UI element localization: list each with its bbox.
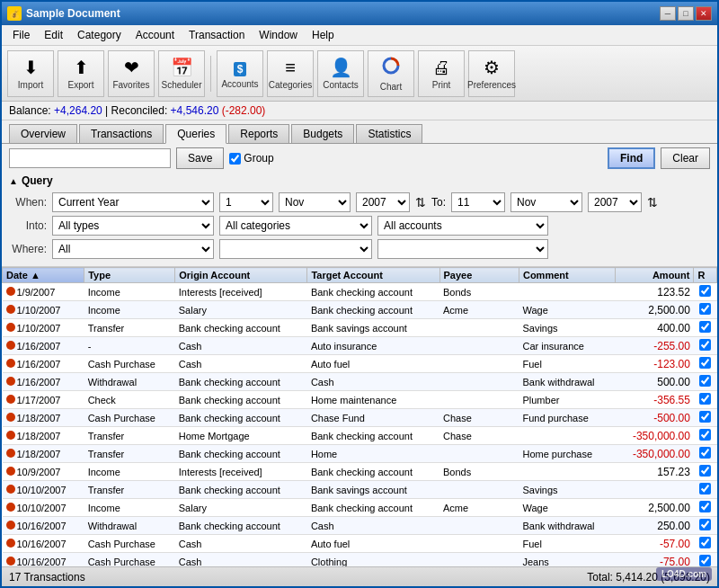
find-button[interactable]: Find xyxy=(608,147,655,169)
check-cell[interactable] xyxy=(694,499,717,517)
menu-item-edit[interactable]: Edit xyxy=(37,27,70,43)
query-name-input[interactable] xyxy=(9,148,171,168)
where-value-select[interactable] xyxy=(377,239,548,259)
check-cell[interactable] xyxy=(694,481,717,499)
tab-transactions[interactable]: Transactions xyxy=(79,124,164,143)
table-row[interactable]: 1/9/2007IncomeInterests [received]Bank c… xyxy=(3,283,717,301)
col-date[interactable]: Date ▲ xyxy=(3,268,84,283)
table-row[interactable]: 10/16/2007Cash PurchaseCashClothingJeans… xyxy=(3,553,717,567)
row-checkbox[interactable] xyxy=(699,519,711,530)
clear-button[interactable]: Clear xyxy=(661,147,710,169)
check-cell[interactable] xyxy=(694,319,717,337)
to-year-spin[interactable]: ⇅ xyxy=(647,195,658,209)
col-amount[interactable]: Amount xyxy=(615,268,694,283)
when-select[interactable]: Current Year xyxy=(52,192,214,212)
accounts-select[interactable]: All accounts xyxy=(377,216,548,236)
check-cell[interactable] xyxy=(694,409,717,427)
save-button[interactable]: Save xyxy=(176,147,224,169)
table-row[interactable]: 10/16/2007WithdrawalBank checking accoun… xyxy=(3,517,717,535)
table-row[interactable]: 10/9/2007IncomeInterests [received]Bank … xyxy=(3,463,717,481)
categories-select[interactable]: All categories xyxy=(219,216,372,236)
row-checkbox[interactable] xyxy=(699,411,711,423)
menu-item-help[interactable]: Help xyxy=(305,27,342,43)
check-cell[interactable] xyxy=(694,553,717,567)
row-checkbox[interactable] xyxy=(699,285,711,297)
where-sub-select[interactable] xyxy=(219,239,372,259)
type-select[interactable]: All types xyxy=(52,216,214,236)
menu-item-window[interactable]: Window xyxy=(252,27,305,43)
check-cell[interactable] xyxy=(694,301,717,319)
row-checkbox[interactable] xyxy=(699,447,711,459)
from-month-select[interactable]: Nov xyxy=(279,192,351,212)
col-type[interactable]: Type xyxy=(84,268,175,283)
where-select[interactable]: All xyxy=(52,239,214,259)
table-row[interactable]: 1/16/2007Cash PurchaseCashAuto fuelFuel-… xyxy=(3,355,717,373)
toolbar-btn-print[interactable]: 🖨Print xyxy=(418,50,465,97)
check-cell[interactable] xyxy=(694,427,717,445)
check-cell[interactable] xyxy=(694,373,717,391)
toolbar-btn-import[interactable]: ⬇Import xyxy=(7,50,54,97)
row-checkbox[interactable] xyxy=(699,321,711,333)
tab-budgets[interactable]: Budgets xyxy=(291,124,354,143)
col-payee[interactable]: Payee xyxy=(439,268,519,283)
tab-statistics[interactable]: Statistics xyxy=(356,124,422,143)
row-checkbox[interactable] xyxy=(699,375,711,387)
table-row[interactable]: 1/16/2007WithdrawalBank checking account… xyxy=(3,373,717,391)
check-cell[interactable] xyxy=(694,445,717,463)
table-row[interactable]: 10/10/2007IncomeSalaryBank checking acco… xyxy=(3,499,717,517)
check-cell[interactable] xyxy=(694,337,717,355)
row-checkbox[interactable] xyxy=(699,393,711,405)
row-checkbox[interactable] xyxy=(699,303,711,315)
group-checkbox[interactable] xyxy=(229,153,241,165)
check-cell[interactable] xyxy=(694,391,717,409)
check-cell[interactable] xyxy=(694,535,717,553)
query-header[interactable]: ▲ Query xyxy=(9,174,710,187)
toolbar-btn-categories[interactable]: ≡Categories xyxy=(267,50,314,97)
from-year-spin[interactable]: ⇅ xyxy=(415,195,426,209)
table-row[interactable]: 10/16/2007Cash PurchaseCashAuto fuelFuel… xyxy=(3,535,717,553)
row-checkbox[interactable] xyxy=(699,501,711,512)
table-row[interactable]: 1/10/2007TransferBank checking accountBa… xyxy=(3,319,717,337)
row-checkbox[interactable] xyxy=(699,339,711,351)
menu-item-category[interactable]: Category xyxy=(70,27,129,43)
row-checkbox[interactable] xyxy=(699,483,711,494)
toolbar-btn-favorites[interactable]: ❤Favorites xyxy=(108,50,155,97)
maximize-button[interactable]: □ xyxy=(678,6,694,21)
toolbar-btn-export[interactable]: ⬆Export xyxy=(58,50,104,97)
row-checkbox[interactable] xyxy=(699,465,711,477)
check-cell[interactable] xyxy=(694,463,717,481)
from-year-select[interactable]: 2007 xyxy=(356,192,410,212)
table-row[interactable]: 1/17/2007CheckBank checking accountHome … xyxy=(3,391,717,409)
row-checkbox[interactable] xyxy=(699,555,711,566)
check-cell[interactable] xyxy=(694,355,717,373)
tab-reports[interactable]: Reports xyxy=(228,124,289,143)
col-target[interactable]: Target Account xyxy=(307,268,439,283)
table-row[interactable]: 1/18/2007Cash PurchaseBank checking acco… xyxy=(3,409,717,427)
table-row[interactable]: 1/18/2007TransferHome MortgageBank check… xyxy=(3,427,717,445)
to-year-select[interactable]: 2007 xyxy=(588,192,642,212)
table-row[interactable]: 1/16/2007-CashAuto insuranceCar insuranc… xyxy=(3,337,717,355)
row-checkbox[interactable] xyxy=(699,429,711,441)
toolbar-btn-contacts[interactable]: 👤Contacts xyxy=(317,50,364,97)
col-comment[interactable]: Comment xyxy=(519,268,615,283)
toolbar-btn-preferences[interactable]: ⚙Preferences xyxy=(468,50,515,97)
from-num-select[interactable]: 1 xyxy=(219,192,273,212)
col-origin[interactable]: Origin Account xyxy=(175,268,307,283)
close-button[interactable]: ✕ xyxy=(696,6,712,21)
toolbar-btn-scheduler[interactable]: 📅Scheduler xyxy=(158,50,205,97)
to-num-select[interactable]: 11 xyxy=(451,192,505,212)
menu-item-file[interactable]: File xyxy=(5,27,37,43)
row-checkbox[interactable] xyxy=(699,537,711,548)
check-cell[interactable] xyxy=(694,517,717,535)
menu-item-transaction[interactable]: Transaction xyxy=(182,27,252,43)
toolbar-btn-chart[interactable]: Chart xyxy=(368,50,414,97)
minimize-button[interactable]: ─ xyxy=(660,6,676,21)
row-checkbox[interactable] xyxy=(699,357,711,369)
tab-overview[interactable]: Overview xyxy=(9,124,77,143)
col-r[interactable]: R xyxy=(694,268,717,283)
toolbar-btn-accounts[interactable]: $Accounts xyxy=(217,50,263,97)
table-row[interactable]: 1/10/2007IncomeSalaryBank checking accou… xyxy=(3,301,717,319)
table-row[interactable]: 10/10/2007TransferBank checking accountB… xyxy=(3,481,717,499)
menu-item-account[interactable]: Account xyxy=(129,27,182,43)
tab-queries[interactable]: Queries xyxy=(165,124,226,144)
